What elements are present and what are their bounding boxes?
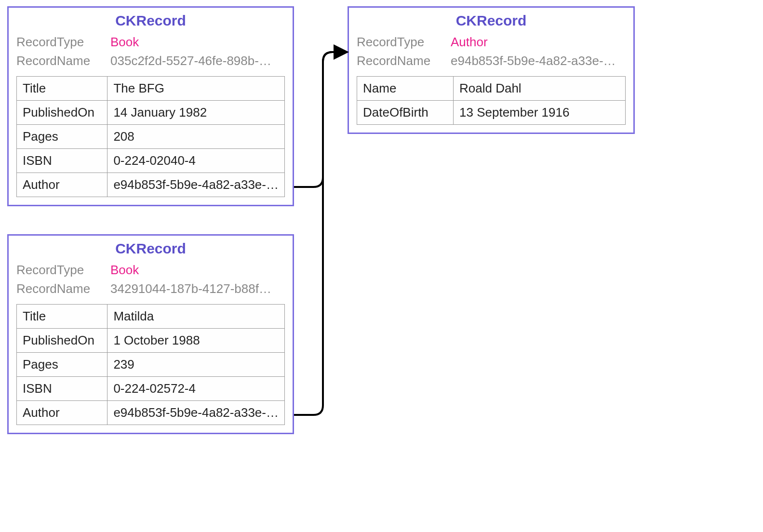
table-row: TitleMatilda [17,305,285,329]
field-value: 1 October 1988 [107,329,285,353]
meta-row-recordtype: RecordType Book [16,261,285,279]
table-row: Authore94b853f-5b9e-4a82-a33e-… [17,401,285,425]
table-row: NameRoald Dahl [357,77,626,101]
field-key: PublishedOn [17,101,107,125]
meta-value-recordname: 34291044-187b-4127-b88f… [110,279,271,298]
arrow-book1-to-author [294,52,345,187]
table-row: ISBN0-224-02572-4 [17,377,285,401]
field-value: 208 [107,125,285,149]
table-row: PublishedOn14 January 1982 [17,101,285,125]
field-key: Author [17,173,107,197]
meta-label-recordname: RecordName [16,52,110,70]
field-value: 0-224-02572-4 [107,377,285,401]
meta-row-recordname: RecordName e94b853f-5b9e-4a82-a33e-… [357,52,626,70]
field-key: Name [357,77,454,101]
meta-block: RecordType Author RecordName e94b853f-5b… [357,33,626,70]
field-key: Author [17,401,107,425]
field-key: ISBN [17,149,107,173]
meta-label-recordname: RecordName [16,279,110,298]
card-title: CKRecord [357,13,626,29]
meta-block: RecordType Book RecordName 34291044-187b… [16,261,285,298]
field-value: 239 [107,353,285,377]
table-row: ISBN0-224-02040-4 [17,149,285,173]
card-title: CKRecord [16,240,285,257]
table-row: Authore94b853f-5b9e-4a82-a33e-… [17,173,285,197]
table-row: Pages208 [17,125,285,149]
field-value: 0-224-02040-4 [107,149,285,173]
field-key: Title [17,305,107,329]
field-value: 13 September 1916 [454,101,626,125]
meta-label-recordtype: RecordType [16,33,110,52]
field-value: e94b853f-5b9e-4a82-a33e-… [107,401,285,425]
meta-value-recordname: 035c2f2d-5527-46fe-898b-… [110,52,271,70]
fields-table: TitleThe BFG PublishedOn14 January 1982 … [16,76,285,197]
field-value: e94b853f-5b9e-4a82-a33e-… [107,173,285,197]
table-row: TitleThe BFG [17,77,285,101]
record-card-book1: CKRecord RecordType Book RecordName 035c… [7,6,294,206]
meta-row-recordname: RecordName 035c2f2d-5527-46fe-898b-… [16,52,285,70]
fields-table: TitleMatilda PublishedOn1 October 1988 P… [16,304,285,425]
field-key: DateOfBirth [357,101,454,125]
field-value: The BFG [107,77,285,101]
table-row: PublishedOn1 October 1988 [17,329,285,353]
meta-label-recordname: RecordName [357,52,451,70]
meta-value-recordtype: Author [451,33,488,52]
record-card-author: CKRecord RecordType Author RecordName e9… [348,6,635,134]
meta-label-recordtype: RecordType [357,33,451,52]
field-value: Matilda [107,305,285,329]
field-key: Pages [17,125,107,149]
field-value: Roald Dahl [454,77,626,101]
arrow-book2-to-author [294,52,345,415]
meta-row-recordname: RecordName 34291044-187b-4127-b88f… [16,279,285,298]
meta-value-recordtype: Book [110,33,139,52]
field-key: Title [17,77,107,101]
record-card-book2: CKRecord RecordType Book RecordName 3429… [7,234,294,434]
table-row: DateOfBirth13 September 1916 [357,101,626,125]
fields-table: NameRoald Dahl DateOfBirth13 September 1… [357,76,626,125]
field-value: 14 January 1982 [107,101,285,125]
meta-row-recordtype: RecordType Author [357,33,626,52]
card-title: CKRecord [16,13,285,29]
meta-value-recordtype: Book [110,261,139,279]
meta-label-recordtype: RecordType [16,261,110,279]
field-key: ISBN [17,377,107,401]
field-key: PublishedOn [17,329,107,353]
table-row: Pages239 [17,353,285,377]
meta-row-recordtype: RecordType Book [16,33,285,52]
meta-value-recordname: e94b853f-5b9e-4a82-a33e-… [451,52,616,70]
field-key: Pages [17,353,107,377]
meta-block: RecordType Book RecordName 035c2f2d-5527… [16,33,285,70]
